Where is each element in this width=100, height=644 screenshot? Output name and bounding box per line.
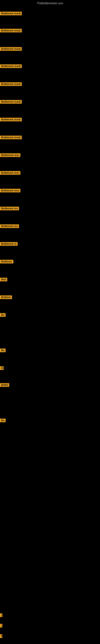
bottleneck-badge: Bottlenec <box>0 260 13 264</box>
bottleneck-badge: Bottleneck resu <box>0 189 20 192</box>
bottleneck-badge: Bottleneck result <box>0 47 22 51</box>
bottleneck-badge: Bottleneck result <box>0 12 22 15</box>
bottleneck-badge: Bottleneck result <box>0 64 22 68</box>
bottleneck-badge: Bottleneck resu <box>0 153 20 157</box>
bottleneck-badge: Bo <box>0 313 6 317</box>
bottleneck-badge: Bottleneck result <box>0 118 22 121</box>
bottleneck-badge: E <box>0 634 2 638</box>
bottleneck-badge: Bottleneck res <box>0 224 19 228</box>
bottleneck-badge: Bo <box>0 418 6 422</box>
bottleneck-badge: B <box>0 366 3 370</box>
bottleneck-badge: | <box>0 614 2 617</box>
bottleneck-badge: Bott <box>0 278 7 281</box>
bottleneck-badge: Bottleneck resu <box>0 171 20 175</box>
bottleneck-badge: Bottle <box>0 383 9 387</box>
bottleneck-badge: Bo <box>0 348 6 352</box>
bottleneck-badge: Bottleneck re <box>0 242 18 246</box>
bottleneck-badge: Bottleneck result <box>0 100 22 104</box>
site-title: TheBottlenecker.com <box>0 0 100 6</box>
bottleneck-badge: Bottlene <box>0 296 12 299</box>
bottleneck-badge: Bottleneck result <box>0 29 22 32</box>
bottleneck-badge: | <box>0 624 2 628</box>
bottleneck-badge: Bottleneck res <box>0 207 19 210</box>
bottleneck-badge: Bottleneck result <box>0 82 22 86</box>
bottleneck-badge: Bottleneck result <box>0 136 22 139</box>
